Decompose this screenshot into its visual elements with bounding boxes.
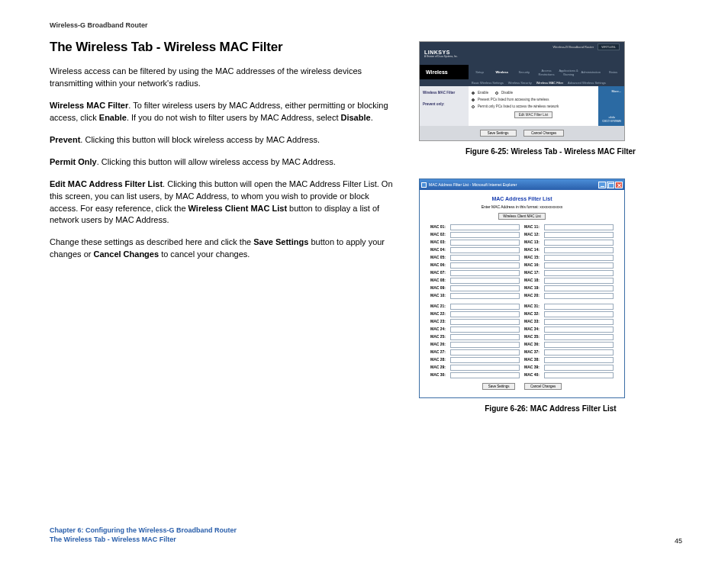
running-header: Wireless-G Broadband Router <box>50 21 682 29</box>
mac-label: MAC 05: <box>430 255 446 261</box>
mac-input[interactable] <box>544 372 614 378</box>
mac-filter-window: MAC Address Filter List - Microsoft Inte… <box>419 179 625 398</box>
mac-input[interactable] <box>450 255 520 261</box>
mac-input[interactable] <box>450 349 520 355</box>
wireless-client-mac-list-button[interactable]: Wireless Client MAC List <box>498 213 546 220</box>
mac-input[interactable] <box>450 342 520 348</box>
mac-input[interactable] <box>544 311 614 317</box>
sub-tab[interactable]: Wireless MAC Filter <box>536 81 563 85</box>
mac-label: MAC 19: <box>524 285 540 291</box>
figure-6-26: MAC Address Filter List - Microsoft Inte… <box>419 179 682 413</box>
mac-input[interactable] <box>450 365 520 371</box>
mac-input[interactable] <box>544 247 614 253</box>
mac-input[interactable] <box>450 247 520 253</box>
nav-tab-status[interactable]: Status <box>602 69 624 76</box>
mac-label: MAC 38: <box>524 357 540 363</box>
nav-tab-administration[interactable]: Administration <box>580 69 602 76</box>
nav-tab-security[interactable]: Security <box>513 69 535 76</box>
mac-input[interactable] <box>544 262 614 269</box>
mac-input[interactable] <box>544 349 614 355</box>
mac-label: MAC 36: <box>524 342 540 348</box>
mac-label: MAC 24: <box>430 327 446 333</box>
figure-6-25: LINKSYS A Division of Cisco Systems, Inc… <box>419 41 682 156</box>
nav-tab-wireless[interactable]: Wireless <box>491 69 513 76</box>
nav-tab-setup[interactable]: Setup <box>469 69 491 76</box>
mac-input[interactable] <box>544 365 614 371</box>
edit-mac-filter-button[interactable]: Edit MAC Filter List <box>514 111 553 118</box>
mac-input[interactable] <box>450 224 520 230</box>
mac-cancel-button[interactable]: Cancel Changes <box>524 383 562 390</box>
mac-label: MAC 27: <box>430 349 446 355</box>
mac-label: MAC 32: <box>524 311 540 317</box>
sub-tab[interactable]: Basic Wireless Settings <box>472 81 504 85</box>
mac-input[interactable] <box>450 372 520 378</box>
mac-input[interactable] <box>544 342 614 348</box>
radio-permit[interactable] <box>472 105 475 108</box>
save-settings-button[interactable]: Save Settings <box>480 130 517 137</box>
mac-input[interactable] <box>544 232 614 238</box>
mac-input[interactable] <box>544 304 614 310</box>
mac-label: MAC 01: <box>430 224 446 230</box>
mac-input[interactable] <box>450 285 520 291</box>
mac-label: MAC 29: <box>430 365 446 371</box>
mac-save-button[interactable]: Save Settings <box>482 383 516 390</box>
mac-label: MAC 08: <box>430 278 446 284</box>
footer-chapter: Chapter 6: Configuring the Wireless-G Br… <box>50 526 237 536</box>
mac-input[interactable] <box>450 240 520 246</box>
mac-input[interactable] <box>544 255 614 261</box>
mac-input[interactable] <box>544 293 614 299</box>
sub-tab[interactable]: Wireless Security <box>508 81 532 85</box>
page-number: 45 <box>675 537 682 545</box>
mac-label: MAC 34: <box>524 327 540 333</box>
mac-label: MAC 09: <box>430 285 446 291</box>
close-button[interactable] <box>615 182 623 188</box>
sub-tab[interactable]: Advanced Wireless Settings <box>568 81 606 85</box>
mac-input[interactable] <box>450 293 520 299</box>
mac-label: MAC 04: <box>430 247 446 253</box>
mac-input[interactable] <box>544 285 614 291</box>
mac-input[interactable] <box>450 304 520 310</box>
mac-list-instruction: Enter MAC Address in this format: xxxxxx… <box>430 204 614 209</box>
page-title: The Wireless Tab - Wireless MAC Filter <box>50 40 396 55</box>
mac-label: MAC 07: <box>430 270 446 276</box>
mac-list-heading: MAC Address Filter List <box>430 196 614 201</box>
mac-label: MAC 16: <box>524 262 540 269</box>
mac-label: MAC 14: <box>524 247 540 253</box>
mac-input[interactable] <box>450 311 520 317</box>
figure-caption-2: Figure 6-26: MAC Address Filter List <box>419 404 682 413</box>
radio-prevent[interactable] <box>472 98 475 101</box>
mac-input[interactable] <box>544 224 614 230</box>
mac-input[interactable] <box>544 357 614 363</box>
mac-label: MAC 17: <box>524 270 540 276</box>
mac-input[interactable] <box>450 232 520 238</box>
mac-label: MAC 20: <box>524 293 540 299</box>
mac-input[interactable] <box>544 319 614 325</box>
mac-input[interactable] <box>450 262 520 269</box>
brand-logo: LINKSYS <box>424 50 450 55</box>
mac-input[interactable] <box>450 334 520 340</box>
mac-input[interactable] <box>544 327 614 333</box>
mac-input[interactable] <box>544 270 614 276</box>
mac-input[interactable] <box>544 240 614 246</box>
maximize-button[interactable] <box>607 182 614 188</box>
mac-label: MAC 33: <box>524 319 540 325</box>
mac-input[interactable] <box>450 270 520 276</box>
cancel-changes-button[interactable]: Cancel Changes <box>523 130 564 137</box>
nav-section-label: Wireless <box>420 65 469 79</box>
mac-label: MAC 06: <box>430 262 446 269</box>
mac-input[interactable] <box>450 278 520 284</box>
mac-input[interactable] <box>450 327 520 333</box>
router-admin-screenshot: LINKSYS A Division of Cisco Systems, Inc… <box>419 41 625 141</box>
mac-input[interactable] <box>544 334 614 340</box>
mac-label: MAC 15: <box>524 255 540 261</box>
minimize-button[interactable] <box>598 182 606 188</box>
mac-input[interactable] <box>544 278 614 284</box>
mac-input[interactable] <box>450 357 520 363</box>
figure-caption-1: Figure 6-25: Wireless Tab - Wireless MAC… <box>419 147 682 156</box>
edit-list-paragraph: Edit MAC Address Filter List. Clicking t… <box>50 179 396 227</box>
nav-tab-access-restrictions[interactable]: Access Restrictions <box>535 67 557 78</box>
mac-input[interactable] <box>450 319 520 325</box>
radio-disable[interactable] <box>495 92 498 95</box>
radio-enable[interactable] <box>472 92 475 95</box>
nav-tab-applications-gaming[interactable]: Applications & Gaming <box>558 67 580 78</box>
